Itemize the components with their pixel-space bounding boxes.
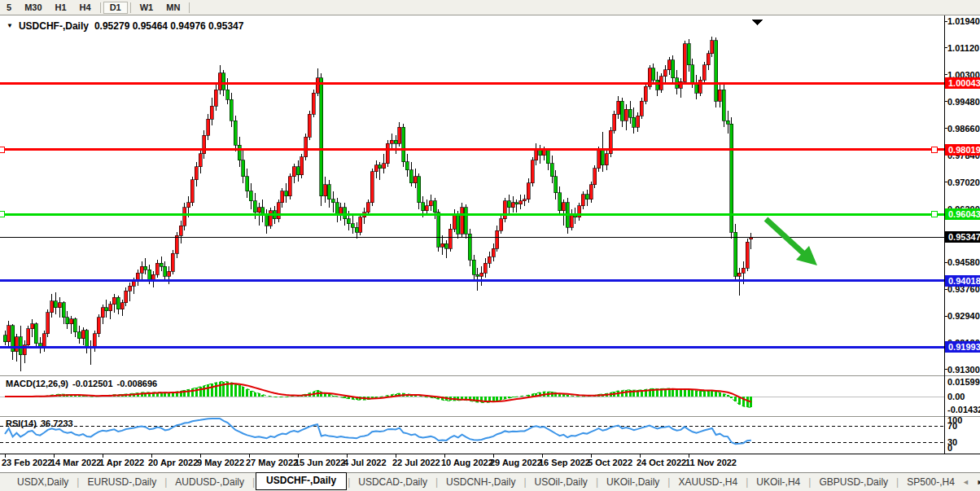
tab-separator: | bbox=[523, 476, 526, 488]
tab-separator: | bbox=[252, 476, 255, 488]
toolbar-separator bbox=[100, 2, 101, 13]
candlestick-series bbox=[3, 37, 753, 372]
toolbar-separator bbox=[130, 2, 131, 13]
macd-name: MACD(12,26,9) bbox=[6, 379, 68, 388]
tab-usdchf-daily[interactable]: USDCHF-,Daily bbox=[256, 472, 347, 490]
tab-separator: | bbox=[667, 476, 670, 488]
tab-separator: | bbox=[746, 476, 748, 488]
rsi-value: 36.7233 bbox=[41, 419, 73, 428]
tab-usoil-daily[interactable]: USOil-,Daily bbox=[527, 474, 595, 490]
ohlc-values: 0.95279 0.95464 0.94976 0.95347 bbox=[94, 20, 244, 32]
period-button-h4[interactable]: H4 bbox=[73, 2, 98, 14]
rsi-name: RSI(14) bbox=[6, 419, 37, 428]
chart-title: ▼ USDCHF-,Daily 0.95279 0.95464 0.94976 … bbox=[7, 20, 243, 32]
tab-separator: | bbox=[808, 476, 811, 488]
tab-ukoil-h4[interactable]: UKOil-,H4 bbox=[749, 474, 807, 490]
scroll-right-icon[interactable]: ► bbox=[977, 478, 980, 486]
hline-handle[interactable] bbox=[0, 212, 5, 217]
tab-eurusd-daily[interactable]: EURUSD-,Daily bbox=[80, 474, 164, 490]
bar-position-marker-icon bbox=[751, 20, 763, 25]
down-trend-arrow[interactable] bbox=[766, 219, 817, 265]
period-button-mn[interactable]: MN bbox=[160, 2, 186, 14]
tab-xauusd-h4[interactable]: XAUUSD-,H4 bbox=[671, 474, 745, 490]
symbol-dropdown-icon[interactable]: ▼ bbox=[7, 22, 13, 30]
tab-audusd-daily[interactable]: AUDUSD-,Daily bbox=[168, 474, 252, 490]
period-button-m30[interactable]: M30 bbox=[18, 2, 48, 14]
macd-label: MACD(12,26,9) -0.012501 -0.008696 bbox=[6, 379, 157, 388]
hline-handle[interactable] bbox=[932, 212, 938, 217]
tab-separator: | bbox=[596, 476, 598, 488]
macd-signal-value: -0.008696 bbox=[117, 379, 158, 388]
scroll-left-icon[interactable]: ◄ bbox=[962, 478, 969, 486]
tab-scroll-arrows: ◄► bbox=[962, 478, 980, 486]
hline-handle[interactable] bbox=[0, 147, 5, 152]
tab-separator: | bbox=[77, 476, 79, 488]
tab-usdcnh-daily[interactable]: USDCNH-,Daily bbox=[439, 474, 523, 490]
chart-canvas[interactable] bbox=[0, 0, 980, 491]
tab-separator: | bbox=[896, 476, 899, 488]
tab-separator: | bbox=[435, 476, 438, 488]
timeframe-toolbar: 5M30H1H4D1W1MN bbox=[0, 0, 980, 15]
symbol-timeframe-label: USDCHF-,Daily bbox=[19, 20, 89, 32]
rsi-line bbox=[5, 419, 751, 444]
tab-usdx-daily[interactable]: USDX,Daily bbox=[10, 474, 76, 490]
rsi-label: RSI(14) 36.7233 bbox=[6, 419, 73, 428]
mt4-chart-window: 5M30H1H4D1W1MN ▼ USDCHF-,Daily 0.95279 0… bbox=[0, 0, 980, 491]
tab-gbpusd-daily[interactable]: GBPUSD-,Daily bbox=[812, 474, 895, 490]
tab-separator: | bbox=[164, 476, 167, 488]
tab-usdcad-daily[interactable]: USDCAD-,Daily bbox=[351, 474, 435, 490]
tab-ukoil-daily[interactable]: UKOil-,Daily bbox=[599, 474, 667, 490]
period-button-5[interactable]: 5 bbox=[0, 2, 18, 14]
period-button-w1[interactable]: W1 bbox=[133, 2, 160, 14]
period-button-d1[interactable]: D1 bbox=[103, 2, 128, 14]
period-button-h1[interactable]: H1 bbox=[49, 2, 73, 14]
symbol-tabbar: USDX,Daily|EURUSD-,Daily|AUDUSD-,Daily|U… bbox=[0, 472, 980, 491]
tab-separator: | bbox=[348, 476, 350, 488]
macd-value: -0.012501 bbox=[72, 379, 113, 388]
tab-sp500-h4[interactable]: SP500-,H4 bbox=[899, 474, 962, 490]
toolbar-separator bbox=[189, 2, 190, 13]
hline-handle[interactable] bbox=[932, 147, 938, 152]
